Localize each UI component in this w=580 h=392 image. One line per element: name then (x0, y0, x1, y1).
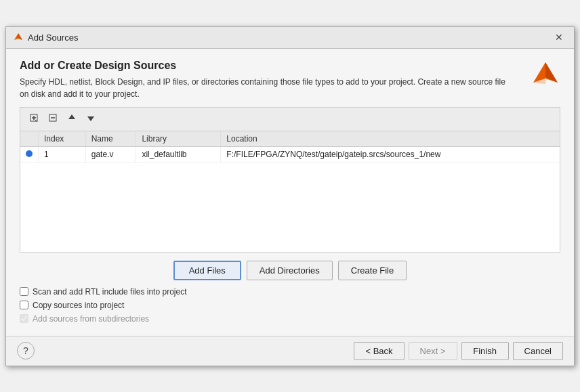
header-title: Add or Create Design Sources (20, 60, 531, 72)
next-button[interactable]: Next > (409, 342, 457, 360)
remove-toolbar-button[interactable] (45, 112, 61, 127)
scan-rtl-label: Scan and add RTL include files into proj… (33, 287, 186, 297)
footer-right: < Back Next > Finish Cancel (354, 342, 563, 360)
add-directories-button[interactable]: Add Directories (247, 261, 333, 280)
vivado-logo (531, 60, 560, 89)
up-arrow-icon (67, 113, 77, 125)
copy-sources-row: Copy sources into project (20, 301, 560, 310)
add-files-button[interactable]: Add Files (173, 261, 241, 280)
row-location: F:/FILE/FPGA/ZYNQ/test/gateip/gateip.src… (221, 146, 560, 162)
col-header-location: Location (221, 131, 560, 147)
back-button[interactable]: < Back (354, 342, 404, 360)
title-bar: Add Sources ✕ (6, 27, 574, 49)
help-button[interactable]: ? (17, 342, 35, 360)
file-toolbar (20, 107, 560, 131)
dialog-content: Add or Create Design Sources Specify HDL… (6, 49, 574, 336)
close-button[interactable]: ✕ (551, 30, 567, 44)
row-name: gate.v (85, 146, 136, 162)
svg-marker-11 (68, 114, 75, 119)
col-header-index: Index (39, 131, 86, 147)
copy-sources-checkbox[interactable] (20, 301, 28, 309)
header-section: Add or Create Design Sources Specify HDL… (20, 60, 560, 100)
finish-button[interactable]: Finish (461, 342, 509, 360)
blue-dot-indicator (26, 150, 33, 157)
dialog-footer: ? < Back Next > Finish Cancel (6, 336, 574, 366)
down-arrow-icon (86, 113, 96, 125)
sources-table-container[interactable]: Index Name Library Location 1 gate.v xil… (20, 131, 560, 253)
dialog-title: Add Sources (28, 32, 78, 43)
options-checkboxes: Scan and add RTL include files into proj… (20, 287, 560, 324)
move-up-toolbar-button[interactable] (64, 112, 80, 127)
table-header-row: Index Name Library Location (20, 131, 560, 147)
sources-table: Index Name Library Location 1 gate.v xil… (20, 131, 560, 162)
col-header-name: Name (85, 131, 136, 147)
action-buttons-group: Add Files Add Directories Create File (20, 261, 560, 280)
create-file-button[interactable]: Create File (338, 261, 407, 280)
add-sources-dialog: Add Sources ✕ Add or Create Design Sourc… (5, 26, 575, 366)
add-subdirs-checkbox (20, 314, 28, 323)
svg-marker-3 (545, 62, 558, 83)
title-bar-left: Add Sources (13, 32, 78, 43)
row-index: 1 (39, 146, 86, 162)
row-library: xil_defaultlib (136, 146, 221, 162)
scan-rtl-row: Scan and add RTL include files into proj… (20, 287, 560, 297)
vivado-title-icon (13, 32, 24, 43)
table-row[interactable]: 1 gate.v xil_defaultlib F:/FILE/FPGA/ZYN… (20, 146, 560, 162)
footer-left: ? (17, 342, 35, 360)
add-subdirs-row: Add sources from subdirectories (20, 314, 560, 324)
header-description: Specify HDL, netlist, Block Design, and … (20, 76, 508, 100)
remove-icon (47, 112, 58, 125)
cancel-button[interactable]: Cancel (513, 342, 563, 360)
header-text: Add or Create Design Sources Specify HDL… (20, 60, 531, 100)
add-subdirs-label: Add sources from subdirectories (33, 314, 149, 324)
svg-marker-12 (87, 116, 94, 121)
copy-sources-label: Copy sources into project (33, 301, 124, 310)
scan-rtl-checkbox[interactable] (20, 287, 28, 296)
move-down-toolbar-button[interactable] (83, 112, 99, 127)
row-status-dot (20, 146, 39, 162)
add-file-toolbar-button[interactable] (26, 112, 42, 127)
col-header-dot (20, 131, 39, 147)
svg-marker-1 (18, 33, 22, 40)
col-header-library: Library (136, 131, 221, 147)
add-icon (28, 112, 39, 125)
